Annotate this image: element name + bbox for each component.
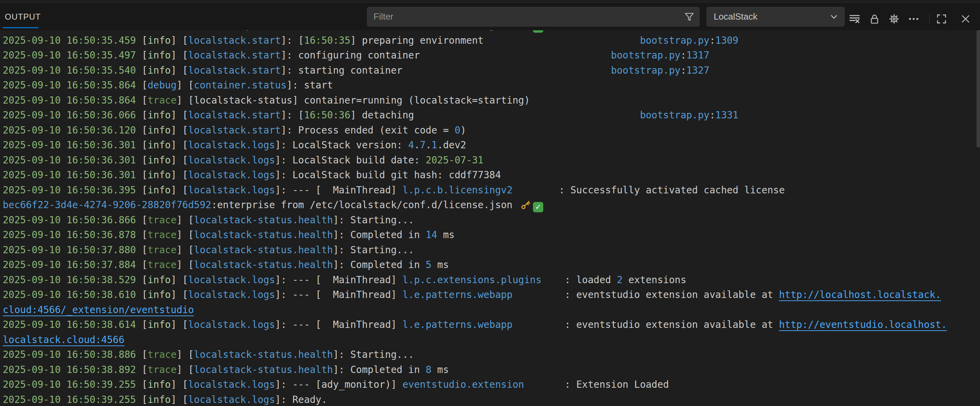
log-segment: ms [437, 229, 455, 240]
log-segment: [ [136, 289, 148, 301]
log-segment: [ [136, 349, 148, 360]
log-segment: ]: --- [ MainThread] [275, 184, 402, 196]
log-segment: trace [147, 229, 176, 240]
clear-output-icon[interactable] [847, 11, 862, 27]
log-segment: 1 [431, 139, 438, 151]
log-segment: localstack.start [188, 125, 281, 136]
log-padding [484, 35, 640, 46]
log-segment: .dev2 [437, 139, 466, 151]
gear-icon[interactable] [886, 11, 902, 27]
log-segment: : loaded [565, 274, 617, 286]
log-segment: ]: Ready. [275, 394, 327, 405]
log-segment: ] [ [171, 319, 188, 330]
log-segment: localstack-status.health [194, 259, 333, 270]
log-segment: . [426, 139, 431, 151]
log-segment: localstack.logs [188, 155, 275, 166]
log-segment: [ [136, 139, 148, 151]
log-line: 2025-09-10 16:50:36.866 [trace] [localst… [3, 213, 980, 228]
log-segment: 8 [426, 364, 431, 376]
log-segment: l.p.c.extensions.plugins [402, 274, 541, 286]
log-segment: ]: --- [ady_monitor)] [275, 379, 402, 390]
log-padding [513, 184, 559, 196]
log-segment: ] [ [171, 50, 188, 61]
header-divider [929, 13, 929, 24]
log-padding [402, 65, 611, 76]
log-segment: ]: configuring container [281, 50, 420, 61]
log-segment: localstack.start [188, 65, 281, 76]
log-segment: [ [136, 214, 148, 226]
log-line: 2025-09-10 16:50:35.459 [info] [localsta… [3, 33, 980, 48]
log-link[interactable]: cloud:4566/_extension/eventstudio [3, 304, 194, 315]
close-icon[interactable] [958, 11, 973, 27]
log-segment: 2025-09-10 16:50:35.864 [3, 80, 136, 91]
screen-full-icon[interactable] [934, 11, 949, 27]
log-line: 2025-09-10 16:50:36.301 [info] [localsta… [3, 137, 980, 153]
log-line: localstack.cloud:4566 [3, 332, 980, 347]
log-segment: localstack.logs [188, 379, 275, 390]
log-segment: info [147, 274, 170, 286]
output-channel-select[interactable]: LocalStack [706, 7, 845, 27]
log-segment: eventstudio.extension [402, 379, 524, 390]
log-segment: 2025-09-10 16:50:36.301 [3, 155, 136, 166]
log-segment: 14 [426, 229, 438, 240]
log-segment: : [680, 65, 686, 76]
lock-icon[interactable] [867, 11, 882, 27]
log-segment: 2025-09-10 16:50:36.301 [3, 169, 136, 181]
log-segment: [ [136, 109, 148, 121]
log-segment: : eventstudio extension available at [565, 289, 779, 301]
log-segment: trace [147, 94, 176, 106]
log-line: 2025-09-10 16:50:36.066 [info] [localsta… [3, 108, 980, 123]
log-segment: ] [ [171, 394, 188, 405]
key-icon [520, 30, 531, 30]
log-padding [524, 379, 565, 390]
chevron-down-icon [829, 12, 839, 22]
log-segment: 2025-09-10 16:50:36.866 [3, 214, 136, 226]
log-segment: 2 [617, 274, 623, 286]
log-segment: [ [136, 229, 148, 240]
filter-input[interactable] [368, 11, 684, 22]
log-segment: ]: Process ended (exit code = [281, 125, 455, 136]
log-padding [513, 319, 565, 330]
log-segment: 0 [455, 125, 460, 136]
log-segment: ] [ [171, 125, 188, 136]
log-line: 2025-09-10 16:50:38.614 [info] [localsta… [3, 317, 980, 332]
log-line: 2025-09-10 16:50:38.529 [info] [localsta… [3, 272, 980, 288]
log-segment: : [680, 50, 686, 61]
log-segment: [ [136, 274, 148, 286]
log-segment: localstack.logs [188, 319, 275, 330]
log-segment: 2025-09-10 16:50:38.886 [3, 349, 136, 360]
log-segment: localstack-status.health [194, 214, 333, 226]
log-segment: 2025-09-10 16:50:38.892 [3, 364, 136, 376]
log-segment: 1327 [686, 65, 709, 76]
log-line: bec66f22-3d4e-4274-9206-28820f76d592:ent… [3, 198, 980, 213]
ellipsis-icon[interactable] [906, 11, 921, 27]
log-segment: localstack.start [188, 109, 281, 121]
log-segment: [ [136, 65, 148, 76]
log-segment: info [147, 125, 170, 136]
log-segment: info [147, 155, 170, 166]
log-segment: ]: Starting... [333, 244, 414, 256]
log-segment: ]: Completed in [333, 229, 426, 240]
log-link[interactable]: http://localhost.localstack. [779, 289, 941, 301]
log-segment: 2025-07-31 [426, 155, 484, 166]
log-segment: 7 [420, 139, 426, 151]
log-segment: 2025-09-10 16:50:35.497 [3, 50, 136, 61]
log-link[interactable]: localstack.cloud:4566 [3, 334, 124, 345]
log-segment: : Extension Loaded [565, 379, 669, 390]
log-segment: localstack.logs [188, 184, 275, 196]
output-log: bec66f22-3d4e-4274-9206-28820f76d592:ent… [0, 30, 980, 406]
scrollbar[interactable] [977, 30, 980, 147]
log-line: 2025-09-10 16:50:38.886 [trace] [localst… [3, 347, 980, 362]
log-segment: ] [ [171, 65, 188, 76]
tab-output[interactable]: OUTPUT [5, 12, 41, 22]
log-segment: bootstrap.py [611, 50, 680, 61]
log-segment: info [147, 35, 170, 46]
log-segment: container.status [194, 80, 286, 91]
log-segment: . [414, 139, 420, 151]
log-link[interactable]: http://eventstudio.localhost. [779, 319, 947, 330]
log-line: 2025-09-10 16:50:36.878 [trace] [localst… [3, 227, 980, 243]
log-segment: info [147, 184, 170, 196]
log-segment: bec66f22-3d4e-4274-9206-28820f76d592 [3, 30, 211, 31]
log-segment: trace [147, 244, 176, 256]
log-line: 2025-09-10 16:50:35.540 [info] [localsta… [3, 63, 980, 78]
